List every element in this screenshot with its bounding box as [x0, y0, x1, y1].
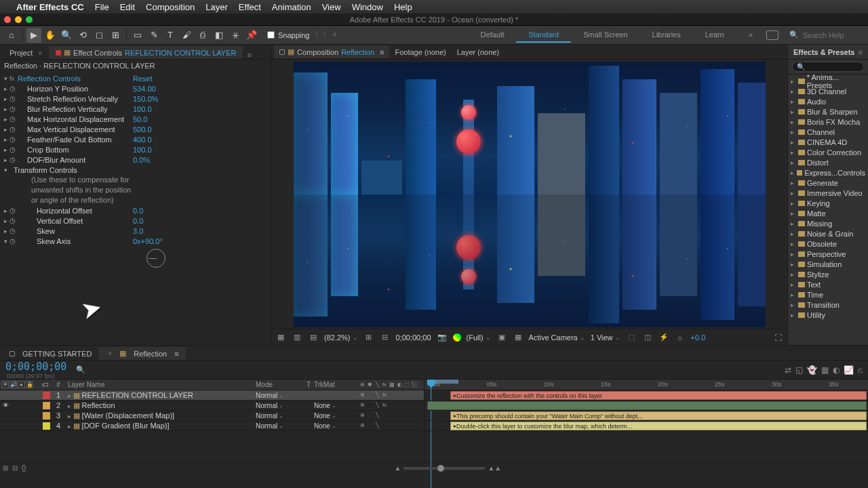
- motion-blur-icon[interactable]: ◐: [833, 365, 840, 375]
- grid-icon[interactable]: ⊟: [380, 333, 391, 342]
- snapping-checkbox[interactable]: [267, 31, 275, 39]
- video-col-icon[interactable]: 👁: [1, 381, 9, 388]
- menu-layer[interactable]: Layer: [205, 2, 228, 12]
- ws-standard[interactable]: Standard: [516, 28, 571, 43]
- effects-category[interactable]: ▸CINEMA 4D: [788, 137, 868, 147]
- ws-small[interactable]: Small Screen: [571, 28, 639, 43]
- effects-category[interactable]: ▸Keying: [788, 198, 868, 208]
- home-icon[interactable]: ⌂: [4, 28, 19, 43]
- effects-category[interactable]: ▸Immersive Video: [788, 188, 868, 198]
- effects-presets-header[interactable]: Effects & Presets≡: [788, 45, 868, 60]
- channel-icon[interactable]: ▥: [292, 333, 302, 342]
- prop-value[interactable]: 50.0: [133, 115, 147, 123]
- zoom-dropdown[interactable]: (82.2%): [324, 333, 358, 342]
- ws-default[interactable]: Default: [469, 28, 517, 43]
- camera-dropdown[interactable]: Active Camera: [529, 333, 585, 342]
- workspace-icon[interactable]: [766, 30, 778, 40]
- res-dropdown[interactable]: (Full): [467, 333, 491, 342]
- panel-menu-icon[interactable]: ≡: [859, 48, 863, 56]
- twirl-icon[interactable]: ▸: [4, 85, 9, 92]
- tab-layer-viewer[interactable]: Layer (none): [452, 46, 505, 58]
- camera-tool-icon[interactable]: ◻: [92, 28, 106, 43]
- panel-menu-icon[interactable]: ≡: [380, 48, 384, 56]
- prop-value[interactable]: 0.0: [133, 217, 143, 225]
- hand-tool-icon[interactable]: ✋: [43, 28, 58, 43]
- ws-learn[interactable]: Learn: [693, 28, 736, 43]
- lock-col-icon[interactable]: 🔒: [26, 381, 33, 388]
- alpha-icon[interactable]: ▦: [275, 333, 286, 342]
- layer-bar[interactable]: ▸ Customize the reflection with the cont…: [450, 391, 867, 400]
- effects-category[interactable]: ▸Time: [788, 289, 868, 300]
- zoom-out-icon[interactable]: ▲: [394, 464, 401, 472]
- search-help-input[interactable]: [803, 31, 864, 39]
- res-icon[interactable]: ▤: [308, 333, 319, 342]
- prop-value[interactable]: 100.0: [133, 105, 152, 113]
- effects-category[interactable]: ▸* Anima... Presets: [788, 76, 868, 86]
- app-name[interactable]: After Effects CC: [16, 2, 84, 12]
- tab-composition-viewer[interactable]: ▦ Composition Reflection ≡: [274, 45, 389, 58]
- effects-category[interactable]: ▸Matte: [788, 208, 868, 218]
- layer-row[interactable]: 👁2▸ ▦ ReflectionNormalNone⊕╲fx: [0, 401, 424, 411]
- fx-icon[interactable]: fx: [9, 75, 18, 82]
- menu-composition[interactable]: Composition: [146, 2, 195, 12]
- prop-value[interactable]: 3.0: [133, 227, 143, 235]
- panel-menu-icon[interactable]: ≡: [243, 51, 255, 59]
- layer-bar[interactable]: [427, 401, 867, 410]
- graph-icon[interactable]: 📈: [844, 365, 854, 375]
- current-timecode[interactable]: 0;00;00;00: [5, 361, 66, 373]
- menu-view[interactable]: View: [322, 2, 341, 12]
- panel-menu-icon[interactable]: ≡: [174, 350, 178, 358]
- view-dropdown[interactable]: 1 View: [591, 333, 620, 342]
- 3d-icon[interactable]: ⬚: [626, 333, 637, 342]
- clone-tool-icon[interactable]: ⎙: [195, 28, 210, 43]
- brush-tool-icon[interactable]: 🖌: [179, 28, 194, 43]
- timeline-track[interactable]: ▸ Customize the reflection with the cont…: [425, 390, 868, 401]
- render-icon[interactable]: ◫: [642, 333, 653, 342]
- effects-category[interactable]: ▸Blur & Sharpen: [788, 106, 868, 117]
- layer-search-input[interactable]: [85, 365, 140, 373]
- layer-bar[interactable]: ▸ This precomp should contain your "Wate…: [450, 411, 867, 420]
- safe-icon[interactable]: ⊞: [363, 333, 374, 342]
- type-tool-icon[interactable]: T: [163, 28, 178, 43]
- orbit-tool-icon[interactable]: ⟲: [75, 28, 90, 43]
- effects-category[interactable]: ▸Transition: [788, 300, 868, 310]
- window-controls[interactable]: [4, 16, 33, 23]
- timeline-track[interactable]: [425, 401, 868, 411]
- puppet-tool-icon[interactable]: 📌: [244, 28, 259, 43]
- color-channel-icon[interactable]: [453, 333, 461, 342]
- effects-category[interactable]: ▸Obsolete: [788, 239, 868, 249]
- composition-viewer[interactable]: [271, 60, 787, 329]
- effects-category[interactable]: ▸Audio: [788, 96, 868, 106]
- exposure-icon[interactable]: ☼: [675, 333, 686, 342]
- prop-value[interactable]: 534.00: [133, 85, 156, 93]
- shape-tool-icon[interactable]: ▭: [130, 28, 145, 43]
- pen-tool-icon[interactable]: ✎: [146, 28, 161, 43]
- toggle-modes-icon[interactable]: ⊟: [12, 464, 18, 472]
- ws-more-icon[interactable]: »: [736, 28, 765, 43]
- maximize-icon[interactable]: ⛶: [772, 333, 783, 342]
- effects-category[interactable]: ▸Text: [788, 279, 868, 289]
- prop-value[interactable]: 0x+90.0°: [133, 237, 163, 245]
- menu-help[interactable]: Help: [394, 2, 412, 12]
- zoom-in-icon[interactable]: ▲▲: [488, 464, 501, 472]
- selection-tool-icon[interactable]: ▶: [26, 28, 41, 43]
- tab-effect-controls[interactable]: ▦ Effect Controls REFLECTION CONTROL LAY…: [49, 46, 243, 59]
- prop-value[interactable]: 0.0%: [133, 156, 150, 164]
- viewer-timecode[interactable]: 0;00;00;00: [396, 333, 431, 342]
- layer-row[interactable]: 3▸ ▦ [Water (Displacement Map)]NormalNon…: [0, 411, 424, 421]
- stopwatch-icon[interactable]: ◷: [9, 85, 18, 92]
- tab-timeline-reflection[interactable]: × ▦ Reflection ≡: [98, 347, 185, 360]
- twirl-icon[interactable]: ▾: [4, 75, 9, 82]
- tab-getting-started[interactable]: GETTING STARTED: [3, 348, 98, 360]
- effects-category[interactable]: ▸Generate: [788, 178, 868, 188]
- eraser-tool-icon[interactable]: ◧: [212, 28, 226, 43]
- toggle-switches-icon[interactable]: ⊞: [3, 464, 8, 472]
- timeline-zoom-slider[interactable]: ▲ ▲▲: [31, 464, 865, 472]
- solo-col-icon[interactable]: ●: [18, 381, 25, 388]
- audio-col-icon[interactable]: 🔊: [9, 381, 17, 388]
- effects-category[interactable]: ▸Express...Controls: [788, 167, 868, 178]
- effects-category[interactable]: ▸Distort: [788, 157, 868, 167]
- pan-behind-tool-icon[interactable]: ⊞: [108, 28, 123, 43]
- effects-category[interactable]: ▸Simulation: [788, 259, 868, 269]
- reset-link[interactable]: Reset: [133, 75, 153, 83]
